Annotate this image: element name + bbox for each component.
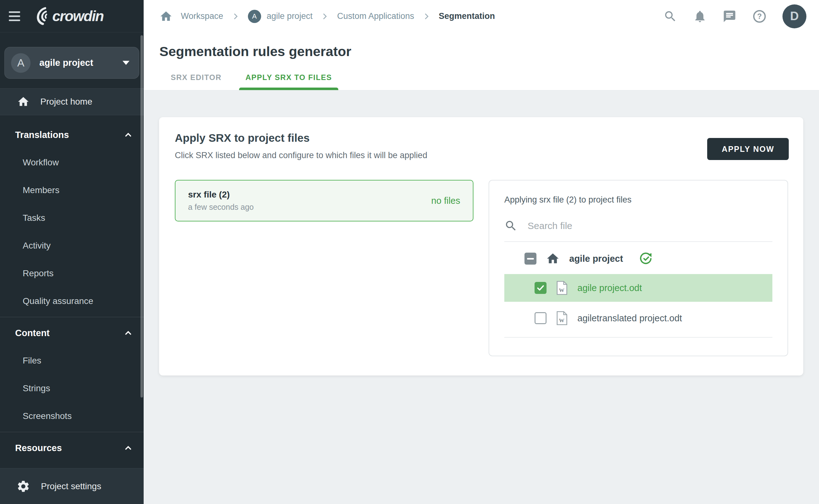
chat-icon[interactable]: [723, 9, 736, 23]
project-mini-avatar: A: [248, 10, 261, 23]
chevron-right-icon: [232, 12, 240, 20]
hamburger-menu-icon[interactable]: [9, 11, 20, 21]
search-icon: [504, 219, 518, 232]
sidebar-divider: [0, 432, 144, 432]
srx-file-timestamp: a few seconds ago: [188, 203, 254, 212]
file-checkbox-checked[interactable]: [535, 282, 547, 294]
tab-apply-srx-to-files[interactable]: APPLY SRX TO FILES: [243, 73, 334, 90]
tree-root-name: agile project: [569, 254, 623, 264]
sidebar-item-label: Project settings: [41, 481, 101, 491]
apply-srx-card: Apply SRX to project files Click SRX lis…: [159, 117, 803, 375]
file-apply-panel: Applying srx file (2) to project files a…: [489, 180, 788, 356]
sidebar-item-activity[interactable]: Activity: [0, 232, 144, 260]
sidebar-item-strings[interactable]: Strings: [0, 375, 144, 402]
content-area: Apply SRX to project files Click SRX lis…: [144, 90, 819, 504]
crowdin-logo-text: crowdin: [52, 8, 103, 25]
tree-file-row[interactable]: W agiletranslated project.odt: [504, 304, 772, 332]
sidebar-item-members[interactable]: Members: [0, 176, 144, 204]
srx-file-status-badge: no files: [431, 196, 460, 206]
sidebar-item-files[interactable]: Files: [0, 347, 144, 375]
panel-title: Applying srx file (2) to project files: [504, 195, 772, 205]
search-file-input[interactable]: [527, 220, 772, 232]
srx-file-item[interactable]: srx file (2) a few seconds ago no files: [175, 180, 473, 221]
word-document-icon: W: [556, 311, 568, 325]
main-area: Workspace A agile project Custom Applica…: [144, 0, 819, 504]
sidebar-section-translations[interactable]: Translations: [0, 121, 144, 149]
breadcrumb-workspace[interactable]: Workspace: [181, 11, 223, 21]
bell-icon[interactable]: [693, 9, 707, 23]
tabs: SRX EDITOR APPLY SRX TO FILES: [169, 73, 819, 90]
card-heading-block: Apply SRX to project files Click SRX lis…: [175, 132, 427, 160]
svg-text:?: ?: [757, 12, 762, 20]
section-label: Resources: [15, 443, 62, 453]
project-selector[interactable]: A agile project: [4, 47, 139, 79]
card-subheading: Click SRX listed below and configure to …: [175, 151, 427, 160]
breadcrumb-project-label: agile project: [267, 11, 313, 21]
panel-divider: [504, 337, 772, 338]
sidebar-section-content[interactable]: Content: [0, 319, 144, 347]
word-document-icon: W: [556, 281, 568, 295]
tree-file-row-selected[interactable]: W agile project.odt: [504, 274, 772, 302]
crowdin-logo-mark: [30, 6, 50, 26]
chevron-up-icon: [123, 328, 133, 338]
sidebar-section-resources[interactable]: Resources: [0, 434, 144, 462]
card-heading: Apply SRX to project files: [175, 132, 427, 144]
chevron-up-icon: [123, 130, 133, 140]
sidebar-nav: Translations Workflow Members Tasks Acti…: [0, 115, 144, 468]
sidebar-item-reports[interactable]: Reports: [0, 260, 144, 287]
sidebar-item-project-home[interactable]: Project home: [0, 88, 144, 115]
sidebar-item-project-settings[interactable]: Project settings: [0, 468, 144, 504]
home-icon: [546, 252, 560, 266]
topbar-actions: ? D: [663, 4, 806, 28]
project-name: agile project: [39, 58, 114, 68]
help-icon[interactable]: ?: [752, 9, 767, 24]
root-checkbox-indeterminate[interactable]: [524, 253, 536, 265]
file-name[interactable]: agiletranslated project.odt: [577, 313, 682, 324]
srx-file-info: srx file (2) a few seconds ago: [188, 190, 254, 212]
sidebar-scrollbar[interactable]: [140, 35, 143, 398]
srx-file-name: srx file (2): [188, 190, 254, 200]
page-header: Segmentation rules generator SRX EDITOR …: [144, 32, 819, 90]
sidebar-divider: [0, 317, 144, 317]
home-icon: [17, 95, 30, 108]
tree-root-row[interactable]: agile project: [504, 245, 772, 272]
topbar: Workspace A agile project Custom Applica…: [144, 0, 819, 32]
svg-text:W: W: [559, 317, 564, 324]
breadcrumb-project[interactable]: A agile project: [248, 10, 313, 23]
sidebar-item-label: Project home: [40, 97, 92, 107]
breadcrumb-segmentation: Segmentation: [439, 11, 495, 21]
page-title: Segmentation rules generator: [159, 44, 819, 59]
file-search-row: [504, 219, 772, 241]
crowdin-logo[interactable]: crowdin: [30, 6, 103, 26]
sidebar-item-workflow[interactable]: Workflow: [0, 149, 144, 176]
gear-icon: [16, 479, 30, 493]
sidebar-item-screenshots[interactable]: Screenshots: [0, 402, 144, 430]
file-name[interactable]: agile project.odt: [577, 283, 642, 293]
breadcrumb: Workspace A agile project Custom Applica…: [159, 10, 495, 23]
panel-divider: [504, 241, 772, 242]
section-label: Translations: [15, 130, 69, 140]
user-avatar[interactable]: D: [782, 4, 806, 28]
card-body: srx file (2) a few seconds ago no files …: [175, 180, 789, 356]
sidebar: crowdin A agile project Project home Tra…: [0, 0, 144, 504]
section-label: Content: [15, 328, 50, 338]
search-icon[interactable]: [663, 9, 677, 23]
sync-check-icon: [639, 252, 653, 265]
chevron-right-icon: [321, 12, 329, 20]
breadcrumb-custom-applications[interactable]: Custom Applications: [337, 11, 414, 21]
app-window: crowdin A agile project Project home Tra…: [0, 0, 819, 504]
caret-down-icon: [123, 61, 129, 65]
tab-srx-editor[interactable]: SRX EDITOR: [169, 73, 223, 90]
svg-text:W: W: [559, 287, 564, 293]
project-avatar: A: [11, 53, 31, 73]
home-icon[interactable]: [159, 10, 173, 23]
apply-now-button[interactable]: APPLY NOW: [707, 138, 789, 160]
file-checkbox-unchecked[interactable]: [535, 312, 547, 324]
chevron-right-icon: [422, 12, 431, 20]
chevron-up-icon: [123, 443, 133, 453]
sidebar-item-tasks[interactable]: Tasks: [0, 204, 144, 232]
card-top: Apply SRX to project files Click SRX lis…: [175, 132, 789, 160]
sidebar-logo-row: crowdin: [0, 0, 144, 32]
sidebar-item-quality-assurance[interactable]: Quality assurance: [0, 287, 144, 315]
